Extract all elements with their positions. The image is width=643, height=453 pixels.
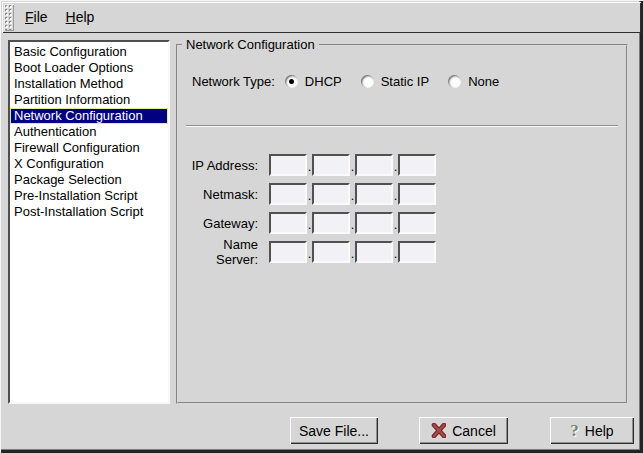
gateway-row: Gateway: . . .: [178, 212, 626, 234]
ip-address-label: IP Address:: [178, 158, 258, 173]
sidebar-item-post-installation-script[interactable]: Post-Installation Script: [10, 204, 168, 220]
radio-button-icon: [448, 75, 461, 88]
radio-label-dhcp: DHCP: [305, 74, 342, 89]
gateway-octet-1[interactable]: [269, 212, 307, 234]
name-server-octet-4[interactable]: [398, 241, 436, 263]
name-server-octet-1[interactable]: [269, 241, 307, 263]
cancel-x-icon: [431, 423, 446, 438]
ip-address-octet-2[interactable]: [312, 154, 350, 176]
sidebar-item-pre-installation-script[interactable]: Pre-Installation Script: [10, 188, 168, 204]
radio-option-static-ip[interactable]: Static IP: [361, 74, 429, 89]
gateway-octet-4[interactable]: [398, 212, 436, 234]
radio-label-none: None: [468, 74, 499, 89]
ip-address-octet-3[interactable]: [355, 154, 393, 176]
sidebar-item-x-configuration[interactable]: X Configuration: [10, 156, 168, 172]
cancel-button[interactable]: Cancel: [419, 417, 508, 444]
menu-file[interactable]: File: [16, 3, 57, 32]
ip-address-row: IP Address: . . .: [178, 154, 626, 176]
netmask-octet-1[interactable]: [269, 183, 307, 205]
netmask-octet-2[interactable]: [312, 183, 350, 205]
sidebar-item-basic-configuration[interactable]: Basic Configuration: [10, 44, 168, 60]
network-configuration-frame: Network Configuration Network Type: DHCP…: [176, 44, 628, 404]
cancel-button-label: Cancel: [452, 423, 496, 439]
name-server-label: Name Server:: [178, 237, 258, 267]
netmask-label: Netmask:: [178, 187, 258, 202]
netmask-octet-4[interactable]: [398, 183, 436, 205]
ip-address-octet-1[interactable]: [269, 154, 307, 176]
sidebar-item-boot-loader-options[interactable]: Boot Loader Options: [10, 60, 168, 76]
menu-help[interactable]: Help: [57, 3, 104, 32]
radio-button-icon: [361, 75, 374, 88]
menubar: File Help: [2, 2, 641, 33]
help-button-label: Help: [585, 423, 614, 439]
kickstart-configurator-window: File Help Basic Configuration Boot Loade…: [0, 0, 643, 453]
frame-title: Network Configuration: [182, 37, 319, 53]
config-section-list: Basic Configuration Boot Loader Options …: [8, 40, 170, 404]
gateway-label: Gateway:: [178, 216, 258, 231]
gateway-octet-3[interactable]: [355, 212, 393, 234]
radio-option-dhcp[interactable]: DHCP: [285, 74, 342, 89]
sidebar-item-network-configuration[interactable]: Network Configuration: [10, 108, 168, 124]
save-file-button[interactable]: Save File...: [290, 417, 378, 444]
sidebar-item-installation-method[interactable]: Installation Method: [10, 76, 168, 92]
radio-button-icon: [285, 75, 298, 88]
gateway-octet-2[interactable]: [312, 212, 350, 234]
name-server-row: Name Server: . . .: [178, 241, 626, 263]
save-file-button-label: Save File...: [299, 423, 369, 439]
help-question-icon: ?: [570, 423, 579, 438]
help-button[interactable]: ? Help: [550, 417, 634, 444]
sidebar-item-package-selection[interactable]: Package Selection: [10, 172, 168, 188]
sidebar-item-firewall-configuration[interactable]: Firewall Configuration: [10, 140, 168, 156]
netmask-octet-3[interactable]: [355, 183, 393, 205]
network-type-label: Network Type:: [192, 74, 275, 89]
menu-items: File Help: [16, 2, 103, 33]
sidebar-item-partition-information[interactable]: Partition Information: [10, 92, 168, 108]
netmask-row: Netmask: . . .: [178, 183, 626, 205]
horizontal-separator: [186, 125, 618, 126]
menubar-grip-handle[interactable]: [4, 4, 14, 31]
network-type-row: Network Type: DHCP Static IP None: [192, 74, 518, 89]
ip-fields-group: IP Address: . . . Netmask: . . . G: [178, 154, 626, 270]
sidebar-item-authentication[interactable]: Authentication: [10, 124, 168, 140]
radio-option-none[interactable]: None: [448, 74, 499, 89]
name-server-octet-2[interactable]: [312, 241, 350, 263]
name-server-octet-3[interactable]: [355, 241, 393, 263]
ip-address-octet-4[interactable]: [398, 154, 436, 176]
radio-label-static-ip: Static IP: [381, 74, 429, 89]
